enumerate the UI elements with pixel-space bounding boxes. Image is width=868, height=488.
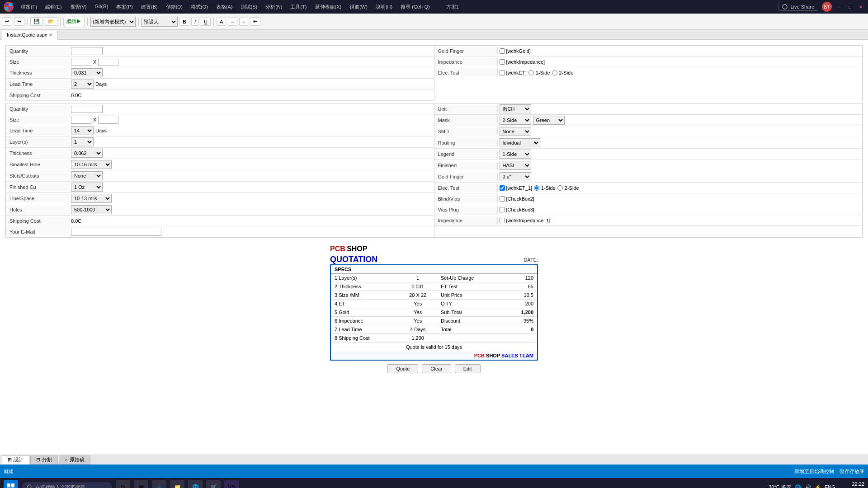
thickness-select-bot[interactable]: 0.062 bbox=[71, 149, 103, 158]
menu-search[interactable]: 搜尋 (Ctrl+Q) bbox=[397, 3, 433, 11]
continue-button[interactable]: 繼續▶ bbox=[63, 17, 85, 26]
design-tab[interactable]: ⊞ 設計 bbox=[2, 455, 29, 465]
quotation-title-row: QUOTATION DATE: bbox=[330, 255, 538, 264]
menu-project[interactable]: 專案(P) bbox=[113, 3, 137, 11]
start-button[interactable] bbox=[4, 480, 18, 488]
legend-select-bot[interactable]: 1-Side bbox=[500, 150, 531, 159]
menu-debug[interactable]: 偵錯(D) bbox=[162, 3, 186, 11]
elecTest-1side-radio-bot[interactable] bbox=[534, 185, 539, 191]
blindVias-checkbox-bot[interactable] bbox=[500, 196, 505, 202]
edit-button[interactable]: Edit bbox=[455, 364, 481, 373]
viasPlug-checkbox-bot[interactable] bbox=[500, 207, 505, 212]
mask-side-select-bot[interactable]: 2-Side bbox=[500, 116, 531, 125]
taskbar-search-bar[interactable]: 在這裡輸入文字來搜尋 bbox=[22, 482, 112, 488]
redo-button[interactable]: ↪ bbox=[14, 17, 24, 26]
widgets-button[interactable]: ▦ bbox=[134, 480, 148, 488]
live-share-button[interactable]: Live Share bbox=[778, 3, 818, 11]
font-color-button[interactable]: A bbox=[217, 18, 226, 26]
spec-val-1: 1 bbox=[398, 274, 437, 282]
finishedCu-select-bot[interactable]: 1 Oz bbox=[71, 183, 103, 192]
menu-view[interactable]: 視覺(V) bbox=[66, 3, 90, 11]
italic-button[interactable]: I bbox=[191, 18, 199, 26]
menu-file[interactable]: 檔案(F) bbox=[17, 3, 41, 11]
menu-help[interactable]: 說明(H) bbox=[372, 3, 396, 11]
size-h-input-bot[interactable] bbox=[98, 116, 118, 124]
smd-select-bot[interactable]: None bbox=[500, 127, 531, 136]
mode-select[interactable]: (新增內嵌模式) bbox=[90, 17, 136, 27]
menu-tools[interactable]: 工具(T) bbox=[287, 3, 310, 11]
elecTest-checkbox-top[interactable] bbox=[500, 70, 505, 75]
tab-instantquote[interactable]: InstantQuote.aspx ✕ bbox=[2, 30, 57, 40]
close-button[interactable]: ✕ bbox=[857, 3, 864, 10]
menu-extensions[interactable]: 延伸模組(X) bbox=[311, 3, 345, 11]
holes-select-bot[interactable]: 500-1000 bbox=[71, 205, 112, 214]
bold-button[interactable]: B bbox=[179, 18, 189, 26]
leadtime-select-top[interactable]: 2 bbox=[71, 80, 94, 89]
menu-edit[interactable]: 編輯(E) bbox=[42, 3, 66, 11]
open-button[interactable]: 📂 bbox=[45, 17, 57, 26]
quantity-input-bot[interactable] bbox=[71, 105, 103, 113]
menu-git[interactable]: Git(G) bbox=[91, 3, 112, 11]
network-icon[interactable]: 🌐 bbox=[795, 484, 801, 488]
store-icon[interactable]: 🛒 bbox=[206, 480, 221, 488]
pcb-footer-red: PCB bbox=[474, 353, 485, 358]
tab-close-icon[interactable]: ✕ bbox=[49, 33, 52, 38]
source-control-label[interactable]: 新增至原始碼控制 bbox=[794, 468, 834, 475]
elecTest-2side-radio-top[interactable] bbox=[552, 70, 557, 75]
vs-taskbar-icon[interactable]: VS bbox=[224, 480, 239, 488]
svg-rect-6 bbox=[11, 483, 14, 487]
align-left-button[interactable]: ≡ bbox=[228, 18, 237, 26]
edge-icon[interactable]: e bbox=[152, 480, 166, 488]
elecTest-1side-radio-top[interactable] bbox=[528, 70, 534, 75]
undo-button[interactable]: ↩ bbox=[2, 17, 12, 26]
slots-select-bot[interactable]: None bbox=[71, 171, 103, 180]
mask-color-select-bot[interactable]: Green bbox=[533, 116, 565, 125]
menu-window[interactable]: 視窗(W) bbox=[346, 3, 371, 11]
outdent-button[interactable]: ⇤ bbox=[250, 17, 260, 26]
save-button[interactable]: 💾 bbox=[30, 17, 43, 26]
quote-button[interactable]: Quote bbox=[387, 364, 418, 373]
size-h-input-top[interactable] bbox=[98, 58, 118, 66]
maximize-button[interactable]: □ bbox=[846, 3, 854, 10]
clear-button[interactable]: Clear bbox=[422, 364, 451, 373]
unit-select-bot[interactable]: INCH bbox=[500, 104, 531, 113]
font-select[interactable]: 預設大 bbox=[142, 17, 178, 27]
menu-test[interactable]: 測試(S) bbox=[237, 3, 261, 11]
menu-build[interactable]: 建置(B) bbox=[137, 3, 161, 11]
split-tab[interactable]: ⊟ 分割 bbox=[30, 455, 58, 465]
smallestHole-select-bot[interactable]: 10-16 mils bbox=[71, 160, 112, 169]
taskview-button[interactable]: ⧉ bbox=[116, 480, 130, 488]
email-input-bot[interactable] bbox=[71, 228, 161, 236]
svg-rect-5 bbox=[7, 483, 10, 487]
layers-select-bot[interactable]: 1 bbox=[71, 137, 94, 146]
size-w-input-bot[interactable] bbox=[71, 116, 91, 124]
goldfinger-checkbox-top[interactable] bbox=[500, 48, 505, 54]
size-w-input-top[interactable] bbox=[71, 58, 91, 66]
menu-format[interactable]: 格式(O) bbox=[187, 3, 212, 11]
lineSpace-select-bot[interactable]: 10-13 mils bbox=[71, 194, 112, 203]
source-tab[interactable]: ○ 原始稿 bbox=[59, 455, 90, 465]
finished-select-bot[interactable]: HASL bbox=[500, 161, 531, 170]
elecTest-checkbox-bot[interactable] bbox=[500, 185, 505, 191]
quantity-input-top[interactable] bbox=[71, 47, 103, 55]
thickness-select-top[interactable]: 0.031 bbox=[71, 68, 103, 77]
menu-table[interactable]: 表格(A) bbox=[212, 3, 236, 11]
user-avatar[interactable]: BT bbox=[822, 2, 832, 12]
goldFinger-select-bot[interactable]: 0 u" bbox=[500, 172, 531, 181]
save-label[interactable]: 儲存存放庫 bbox=[840, 468, 864, 475]
underline-button[interactable]: U bbox=[201, 18, 211, 26]
spec-item-7: 7.Lead Time bbox=[330, 325, 398, 334]
battery-icon[interactable]: ⚡ bbox=[815, 484, 821, 488]
impedance-checkbox-bot[interactable] bbox=[500, 218, 505, 223]
elecTest-2side-radio-bot[interactable] bbox=[557, 185, 563, 191]
impedance-checkbox-top[interactable] bbox=[500, 59, 505, 65]
routing-select-bot[interactable]: Idividual bbox=[500, 138, 540, 147]
leadtime-select-bot[interactable]: 14 bbox=[71, 126, 94, 135]
align-center-button[interactable]: ≡ bbox=[239, 18, 248, 26]
explorer-icon[interactable]: 📁 bbox=[170, 480, 184, 488]
shipping-label-bot: Shipping Cost bbox=[6, 217, 69, 225]
minimize-button[interactable]: ─ bbox=[835, 3, 843, 10]
chrome-icon[interactable]: 🌐 bbox=[188, 480, 203, 488]
volume-icon[interactable]: 🔊 bbox=[805, 484, 811, 488]
menu-analyze[interactable]: 分析(N) bbox=[262, 3, 286, 11]
